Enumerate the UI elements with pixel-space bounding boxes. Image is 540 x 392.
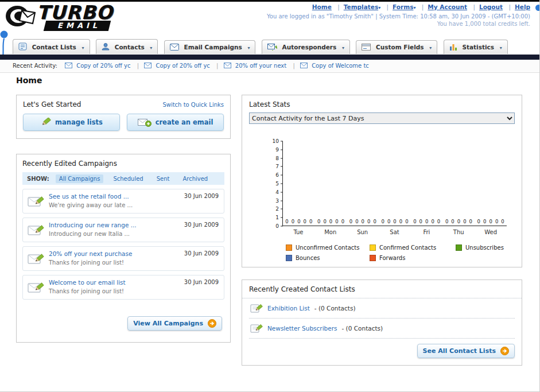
tab-email-campaigns[interactable]: Email Campaigns — [164, 40, 256, 54]
get-started-panel: Let's Get Started Switch to Quick Links … — [16, 95, 231, 139]
contact-lists-panel: Recently Created Contact Lists Exhibitio… — [242, 280, 522, 366]
recent-activity-item: Copy of 20% off yc — [65, 63, 139, 69]
corner-dot-decoration — [535, 5, 540, 11]
top-nav: Home Templates Forms My Account Logout H… — [312, 3, 530, 10]
campaign-date: 30 Jun 2009 — [184, 222, 219, 228]
filter-scheduled[interactable]: Scheduled — [110, 174, 146, 183]
logo-envelope-icon — [5, 3, 36, 29]
app-window: TURBO EMAIL Home Templates Forms My Acco… — [0, 0, 540, 392]
tab-autoresponders[interactable]: Autoresponders — [262, 40, 350, 54]
recent-activity-bar: Recent Activity: Copy of 20% off yc Copy… — [0, 60, 539, 73]
envelope-icon — [65, 63, 72, 68]
campaign-row: Welcome to our email list Thanks for joi… — [22, 275, 224, 300]
logo-text: TURBO EMAIL — [37, 3, 113, 31]
manage-lists-button[interactable]: manage lists — [23, 114, 120, 131]
switch-quick-links[interactable]: Switch to Quick Links — [162, 102, 224, 108]
top-link-forms[interactable]: Forms — [383, 3, 416, 10]
get-started-title: Let's Get Started — [23, 100, 81, 108]
see-all-contact-lists-label: See All Contact Lists — [423, 347, 496, 355]
envelope-edit-icon — [28, 223, 45, 236]
nav-base-bar — [0, 55, 539, 60]
campaign-row: 20% off your next purchase Thanks for jo… — [22, 246, 224, 271]
envelope-edit-icon — [28, 252, 45, 265]
tab-contact-lists[interactable]: Contact Lists — [13, 39, 90, 54]
view-all-campaigns-label: View All Campaigns — [133, 320, 203, 327]
legend-item: Forwards — [370, 255, 456, 261]
contact-lists-icon — [18, 42, 27, 51]
recent-activity-link[interactable]: Copy of 20% off yc — [156, 63, 209, 69]
stats-range-select[interactable]: Contact Activity for the Last 7 Days — [249, 112, 515, 124]
pencil-icon — [40, 118, 51, 127]
legend-item: Confirmed Contacts — [370, 244, 456, 251]
contacts-icon — [102, 42, 110, 51]
filter-archived[interactable]: Archived — [179, 174, 211, 183]
campaign-link[interactable]: 20% off your next purchase — [49, 250, 132, 257]
view-all-campaigns-button[interactable]: View All Campaigns — [127, 316, 222, 331]
header: TURBO EMAIL Home Templates Forms My Acco… — [0, 2, 539, 37]
session-info: You are logged in as "Timothy Smith" | S… — [267, 13, 530, 20]
arrow-circle-icon — [208, 319, 216, 328]
campaign-link[interactable]: Introducing our new range ... — [49, 222, 137, 228]
campaign-link[interactable]: Welcome to our email list — [49, 279, 126, 286]
logo-subtitle: EMAIL — [57, 21, 100, 30]
top-link-help[interactable]: Help — [504, 3, 530, 10]
legend-item: Bounces — [286, 255, 370, 261]
campaign-row: See us at the retail food ... We're givi… — [22, 189, 224, 214]
recent-activity-label: Recent Activity: — [13, 63, 57, 69]
create-email-label: create an email — [156, 118, 213, 126]
tab-contacts[interactable]: Contacts — [96, 39, 158, 54]
envelope-icon — [144, 63, 151, 68]
filter-all-campaigns[interactable]: All Campaigns — [56, 174, 104, 183]
email-campaigns-icon — [170, 44, 179, 51]
contact-list-link[interactable]: Newsletter Subscribers — [267, 325, 337, 332]
latest-stats-panel: Latest Stats Contact Activity for the La… — [242, 95, 522, 267]
arrow-circle-icon — [500, 347, 509, 355]
tab-label: Autoresponders — [282, 44, 337, 51]
campaign-row: Introducing our new range ... Introducin… — [22, 218, 224, 242]
list-edit-icon — [250, 303, 263, 313]
top-link-templates[interactable]: Templates — [333, 3, 380, 10]
envelope-edit-icon — [28, 195, 45, 208]
top-link-logout[interactable]: Logout — [469, 3, 503, 10]
envelope-icon — [224, 63, 231, 68]
campaign-date: 30 Jun 2009 — [184, 279, 219, 285]
recent-activity-link[interactable]: Copy of 20% off yc — [76, 63, 130, 69]
show-label: SHOW: — [27, 176, 49, 182]
contact-list-row: Exhibition List - (0 Contacts) — [249, 298, 515, 319]
chart-zero-labels: 00000000000000000000000000000000000 — [283, 219, 507, 224]
tab-label: Statistics — [462, 44, 494, 51]
statistics-icon — [449, 43, 457, 51]
campaigns-panel: Recently Edited Campaigns SHOW: All Camp… — [16, 154, 231, 343]
recent-activity-item: 20% off your next — [224, 63, 295, 69]
envelope-icon — [300, 63, 308, 68]
chart-legend: Unconfirmed ContactsConfirmed ContactsUn… — [286, 244, 515, 261]
tab-label: Contacts — [115, 44, 145, 51]
recent-activity-item: Copy of Welcome tc — [300, 63, 369, 69]
chart-plot: 012345678910 000000000000000000000000000… — [282, 141, 507, 226]
filter-sent[interactable]: Sent — [153, 174, 173, 183]
campaign-subtitle: Thanks for joining our list! — [49, 259, 124, 266]
campaign-link[interactable]: See us at the retail food ... — [49, 193, 129, 200]
recent-activity-link[interactable]: Copy of Welcome tc — [312, 63, 369, 69]
tab-statistics[interactable]: Statistics — [444, 40, 508, 54]
tab-custom-fields[interactable]: Custom Fields — [356, 40, 437, 54]
recent-activity-link[interactable]: 20% off your next — [235, 63, 286, 69]
envelope-edit-icon — [28, 281, 45, 294]
create-email-button[interactable]: create an email — [127, 114, 224, 131]
tab-label: Custom Fields — [376, 44, 424, 51]
contact-list-link[interactable]: Exhibition List — [267, 305, 310, 312]
top-link-home[interactable]: Home — [312, 3, 332, 10]
contact-list-row: Newsletter Subscribers - (0 Contacts) — [249, 319, 515, 339]
campaign-filters: SHOW: All Campaigns Scheduled Sent Archi… — [22, 172, 224, 185]
campaign-subtitle: Introducing our new Italia ... — [49, 231, 130, 237]
latest-stats-title: Latest Stats — [249, 100, 290, 108]
page-title: Home — [16, 76, 42, 85]
top-link-my-account[interactable]: My Account — [418, 3, 467, 10]
campaigns-title: Recently Edited Campaigns — [22, 160, 117, 168]
tab-label: Contact Lists — [32, 44, 76, 51]
legend-item: Unsubscribes — [456, 244, 515, 251]
custom-fields-icon — [362, 44, 371, 51]
see-all-contact-lists-button[interactable]: See All Contact Lists — [417, 344, 515, 358]
app-logo: TURBO EMAIL — [5, 3, 113, 31]
tab-label: Email Campaigns — [184, 44, 242, 51]
